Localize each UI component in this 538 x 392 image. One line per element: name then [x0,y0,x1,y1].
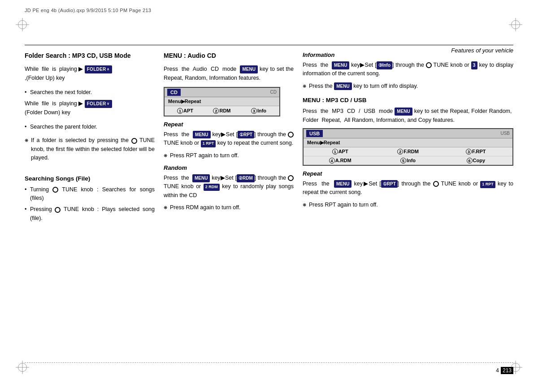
menu-badge-1: MENU [240,65,257,73]
chapter-number: 4 [496,367,499,374]
menu-badge-repeat2: MENU [334,180,351,188]
bullet-parent-folder: Searches the parent folder. [25,123,155,131]
folder-up-text-after: ,(Folder Up) key [25,75,65,81]
repeat2-para: Press the MENU key▶Set [①RPT] through th… [303,180,513,197]
rpt2-key-badge: 1 RPT [480,181,495,188]
usb-btn-info: 5Info [375,158,441,164]
usb-btn4-num: 4 [329,158,335,164]
page-header: JD PE eng 4b (Audio).qxp 9/9/2015 5:10 P… [25,4,513,17]
info-dagger: Press the MENU key to turn off info disp… [303,82,513,90]
repeat2-dagger: Press RPT again to turn off. [303,201,513,209]
tune-knob-repeat2 [433,181,439,187]
page-number-area: 4 213 [496,367,513,374]
usb-btn-frpt: 3F.RPT [443,149,509,155]
cd-menu-row: Menu▶Repeat [165,97,279,106]
mp3-para: Press the MP3 CD / USB mode MENU key to … [303,107,513,125]
dagger-folder-select: If a folder is selected by pressing the … [25,136,155,162]
usb-screen-mockup: USB USB Menu▶Repeat 1APT 2F.RDM 3F.RPT 4… [303,128,513,166]
usb-tab-1: USB [306,130,323,137]
usb-btn2-num: 2 [397,149,403,155]
usb-menu-row: Menu▶Repeat [304,138,512,147]
middle-column: MENU : Audio CD Press the Audio CD mode … [164,52,294,361]
menu-audio-cd-heading: MENU : Audio CD [164,52,294,60]
usb-btn-copy: 6Copy [443,158,509,164]
folder-up-badge: FOLDER ∧ [85,65,112,73]
usb-btn3-num: 3 [466,149,472,155]
tune-knob-turn-icon [52,187,58,193]
repeat-heading: Repeat [164,121,294,128]
random-para: Press the MENU key▶Set [②RDM] through th… [164,174,294,200]
info-key-badge: 3 [471,61,477,69]
reg-mark-top-right [511,20,520,29]
searching-songs-heading: Searching Songs (File) [25,175,155,182]
menu-badge-info: MENU [332,61,349,69]
information-para: Press the MENU key▶Set [③Info] through t… [303,61,513,78]
tune-knob-info [426,62,432,68]
folder-up-text-before: While file is playing ▶ [25,66,85,72]
usb-row-2: 4A.RDM 5Info 6Copy [304,156,512,165]
usb-btn-ardm: 4A.RDM [307,158,373,164]
folder-down-badge: FOLDER ∨ [85,100,112,108]
reg-mark-bottom-left [18,363,27,372]
folder-down-text-after: (Folder Down) key [25,109,70,116]
left-column: Folder Search : MP3 CD, USB Mode While f… [25,52,155,361]
rpt-num-badge: ①RPT [238,131,254,139]
usb-btn5-num: 5 [400,158,406,164]
info-num-badge: ③Info [377,61,392,69]
random-heading: Random [164,164,294,171]
menu-mp3-heading: MENU : MP3 CD / USB [303,97,513,103]
rdm-num-badge: ②RDM [237,174,255,182]
rpt2-num-badge: ①RPT [381,180,398,188]
usb-screen-top-bar: USB USB [304,129,512,138]
bottom-rule [25,362,513,363]
information-heading: Information [303,52,513,58]
usb-btn-frdm: 2F.RDM [375,149,441,155]
repeat-para: Press the MENU key▶Set [①RPT] through th… [164,130,294,148]
folder-up-para: While file is playing ▶ FOLDER ∧ ,(Folde… [25,65,155,82]
header-filename: JD PE eng 4b (Audio).qxp 9/9/2015 5:10 P… [25,8,151,13]
rdm-key-badge: 2 RDM [204,184,220,191]
random-dagger: Press RDM again to turn off. [164,203,294,212]
repeat-dagger: Press RPT again to turn off. [164,151,294,160]
folder-search-heading: Folder Search : MP3 CD, USB Mode [25,52,155,60]
tune-knob-press-icon [55,207,61,213]
tune-knob-icon [131,138,137,144]
cd-buttons-row: 1APT 2RDM 3Info [165,106,279,116]
cd-tab-label: CD [270,90,277,95]
usb-btn-apt: 1APT [307,149,373,155]
cd-btn-info: 3Info [242,108,276,114]
repeat2-heading: Repeat [303,170,513,177]
cd-screen-top-bar: CD CD [165,88,279,97]
cd-btn-apt: 1APT [168,108,202,114]
usb-tab-label: USB [500,131,510,136]
top-rule [25,45,513,45]
menu-badge-random: MENU [192,174,210,182]
cd-btn3-num: 3 [251,108,257,114]
cd-btn-rdm: 2RDM [205,108,239,114]
usb-btn6-num: 6 [467,158,473,164]
folder-down-text-before: While file is playing ▶ [25,100,85,107]
bullet-press-tune: Pressing TUNE knob : Plays selected song… [25,205,155,223]
folder-down-para: While file is playing ▶ FOLDER ∨ (Folder… [25,99,155,117]
content-area: Folder Search : MP3 CD, USB Mode While f… [25,52,513,361]
page-num-box: 213 [501,367,513,374]
menu-badge-mp3: MENU [395,108,412,116]
bullet-next-folder: Searches the next folder. [25,88,155,97]
usb-btn1-num: 1 [332,149,338,155]
tune-knob-repeat [288,132,294,138]
cd-btn2-num: 2 [213,108,219,114]
usb-row-1: 1APT 2F.RDM 3F.RPT [304,147,512,156]
menu-badge-repeat: MENU [193,131,210,139]
cd-btn1-num: 1 [177,108,183,114]
right-column: Information Press the MENU key▶Set [③Inf… [303,52,513,361]
audio-cd-para: Press the Audio CD mode MENU key to set … [164,65,294,82]
bullet-turn-tune: Turning TUNE knob : Searches for songs (… [25,185,155,203]
tune-knob-random [288,175,294,181]
reg-mark-top-left [18,20,27,29]
menu-badge-info-off: MENU [334,82,351,90]
rpt-key-badge: 1 RPT [201,140,216,147]
cd-tab-1: CD [167,89,181,96]
cd-screen-mockup: CD CD Menu▶Repeat 1APT 2RDM 3Info [164,87,280,116]
